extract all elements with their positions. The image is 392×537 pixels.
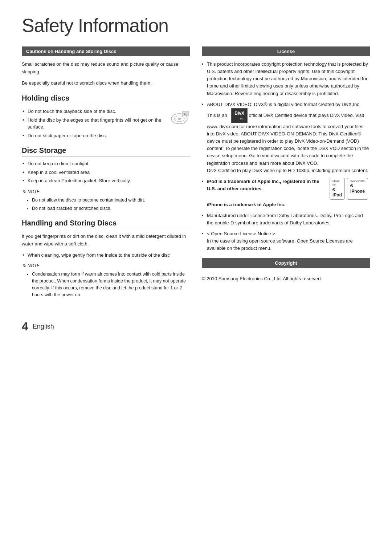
ipod-badge-top: Made for	[332, 179, 342, 187]
page-number-row: 4 English	[22, 320, 370, 333]
page-number: 4	[22, 320, 28, 333]
disc-storage-title: Disc Storage	[22, 146, 190, 156]
page-title: Safety Information	[22, 15, 370, 36]
list-item: Do not stick paper or tape on the disc.	[22, 132, 190, 139]
open-source-text: In the case of using open source softwar…	[207, 238, 353, 251]
list-item: When cleaning, wipe gently from the insi…	[22, 252, 190, 259]
disc-storage-list: Do not keep in direct sunlight Keep in a…	[22, 160, 190, 184]
list-item-copyright: This product incorporates copyright prot…	[202, 61, 370, 97]
ipod-badge: Made for ⎋ iPod	[330, 178, 345, 200]
list-item-open-source: < Open Source License Notice > In the ca…	[202, 230, 370, 252]
note-list: Do not allow the discs to become contami…	[27, 197, 190, 212]
iphone-badge-top: Works with	[351, 179, 365, 183]
pencil-icon: ✎	[22, 189, 26, 195]
ipod-badge-main: ⎋ iPod	[332, 187, 342, 198]
right-bullet-list: This product incorporates copyright prot…	[202, 61, 370, 252]
open-source-link: < Open Source License Notice >	[207, 231, 275, 236]
divx-logo: DivXHD	[231, 108, 248, 123]
list-item-divx: ABOUT DIVX VIDEO: DivX® is a digital vid…	[202, 101, 370, 174]
left-column: Cautions on Handling and Storing Discs S…	[22, 46, 190, 302]
note-label-2: ✎ NOTE	[22, 263, 190, 269]
ipod-trademark-text: iPod is a trademark of Apple Inc., regis…	[207, 178, 324, 192]
list-item: Do not load cracked or scratched discs.	[27, 205, 190, 212]
license-header: License	[202, 46, 370, 56]
list-item: Do not touch the playback side of the di…	[22, 108, 190, 115]
handling-title: Handling and Storing Discs	[22, 219, 190, 229]
holding-discs-title: Holding discs	[22, 94, 190, 104]
ipod-badges-container: Made for ⎋ iPod Works with ⎋ iPhone	[330, 178, 368, 200]
list-item-ipod: iPod is a trademark of Apple Inc., regis…	[202, 178, 370, 208]
iphone-badge: Works with ⎋ iPhone	[347, 178, 368, 200]
list-item: Keep in a clean Protection jacket. Store…	[22, 177, 190, 184]
ipod-trademark-span: iPod is a trademark of Apple Inc., regis…	[207, 179, 319, 191]
handling-intro: If you get fingerprints or dirt on the d…	[22, 233, 190, 248]
copyright-header: Copyright	[202, 258, 370, 268]
handling-note-list: Condensation may form if warm air comes …	[27, 271, 190, 298]
page-language: English	[33, 323, 54, 330]
copyright-text: © 2010 Samsung Electronics Co., Ltd. All…	[202, 272, 370, 286]
cautions-intro-1: Small scratches on the disc may reduce s…	[22, 61, 190, 76]
note-label: ✎ NOTE	[22, 189, 190, 195]
ipod-trademark-block: iPod is a trademark of Apple Inc., regis…	[207, 178, 370, 200]
cautions-intro-2: Be especially careful not to scratch dis…	[22, 80, 190, 87]
divx-certified: DivX Certified to play DivX video up to …	[207, 168, 368, 173]
iphone-trademark: iPhone is a trademark of Apple Inc.	[207, 201, 370, 208]
list-item: Condensation may form if warm air comes …	[27, 271, 190, 298]
handling-list: When cleaning, wipe gently from the insi…	[22, 252, 190, 259]
pencil-icon-2: ✎	[22, 263, 26, 269]
list-item-dolby: Manufactured under license from Dolby La…	[202, 212, 370, 227]
disc-storage-note: ✎ NOTE Do not allow the discs to become …	[22, 189, 190, 212]
list-item: Do not keep in direct sunlight	[22, 160, 190, 167]
list-item: Keep in a cool ventilated area	[22, 169, 190, 176]
right-column: License This product incorporates copyri…	[202, 46, 370, 302]
handling-note: ✎ NOTE Condensation may form if warm air…	[22, 263, 190, 298]
list-item: Hold the disc by the edges so that finge…	[22, 117, 190, 131]
list-item: Do not allow the discs to become contami…	[27, 197, 190, 204]
iphone-badge-main: ⎋ iPhone	[350, 183, 365, 194]
cautions-header: Cautions on Handling and Storing Discs	[22, 46, 190, 56]
holding-discs-list: Do not touch the playback side of the di…	[22, 108, 190, 139]
